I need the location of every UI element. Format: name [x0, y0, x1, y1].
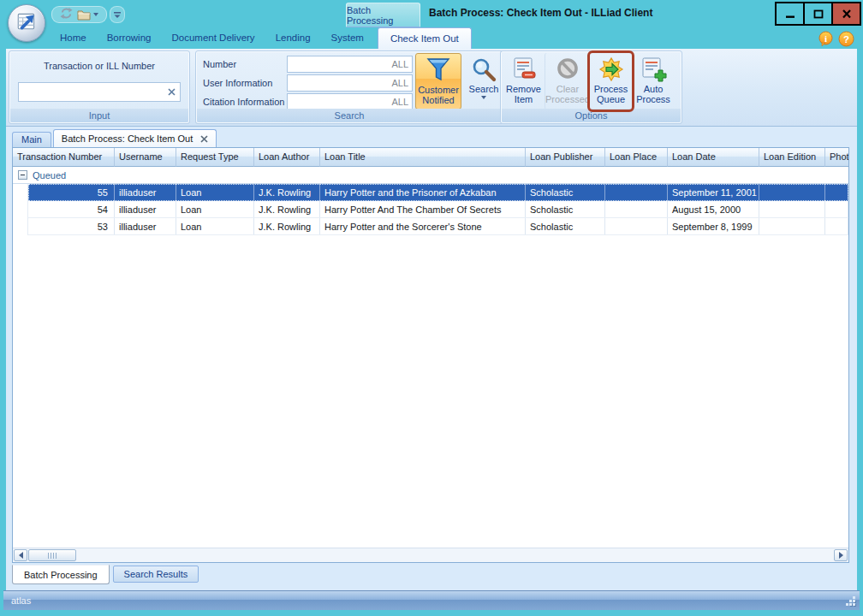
user-information-field[interactable]: ALL [287, 74, 413, 92]
minimize-button[interactable] [775, 2, 805, 26]
window-controls [777, 2, 861, 26]
scroll-left-icon [19, 552, 23, 559]
column-header-photo[interactable]: Phot [825, 148, 848, 167]
batch-grid: Transaction Number Username Request Type… [12, 147, 849, 563]
bottom-tab-search-results[interactable]: Search Results [113, 566, 199, 583]
group-row-queued[interactable]: Queued [13, 167, 848, 184]
doc-tab-main[interactable]: Main [12, 132, 51, 147]
column-header-loan-edition[interactable]: Loan Edition [759, 148, 825, 167]
doc-tab-batch-process[interactable]: Batch Process: Check Item Out [53, 129, 217, 147]
search-dropdown-caret [481, 96, 486, 99]
application-menu-button[interactable] [8, 4, 45, 42]
clear-processed-icon [555, 55, 580, 83]
scroll-right-icon [839, 552, 843, 559]
status-bar: atlas [3, 590, 860, 610]
tab-lending[interactable]: Lending [265, 27, 321, 49]
ribbon-group-options: Remove Item Clear Processed [500, 50, 682, 124]
column-header-loan-place[interactable]: Loan Place [605, 148, 668, 167]
group-caption-search: Search [197, 109, 502, 122]
grid-header-row: Transaction Number Username Request Type… [13, 148, 848, 167]
transaction-number-input-wrap [18, 82, 181, 102]
number-field-label: Number [203, 59, 287, 69]
search-fields: Number ALL User Information ALL Citation… [203, 55, 413, 111]
resize-grip[interactable] [845, 595, 856, 607]
user-information-field-label: User Information [203, 78, 287, 88]
filter-funnel-icon [426, 56, 451, 84]
citation-information-field[interactable]: ALL [287, 93, 413, 110]
status-text: atlas [11, 595, 31, 606]
ribbon-tabs: Home Borrowing Document Delivery Lending… [50, 27, 472, 49]
column-header-request-type[interactable]: Request Type [176, 148, 254, 167]
tab-system[interactable]: System [321, 27, 374, 49]
number-field[interactable]: ALL [287, 56, 413, 73]
grid-empty-area [13, 235, 848, 548]
svg-text:?: ? [843, 34, 849, 44]
scroll-left-button[interactable] [14, 549, 27, 561]
customize-qat-icon [113, 11, 122, 19]
close-icon [842, 9, 852, 19]
ribbon-tab-row: Home Borrowing Document Delivery Lending… [0, 27, 863, 49]
process-queue-icon [598, 55, 625, 83]
contextual-tab-group-header: Batch Processing [346, 3, 420, 27]
minimize-icon [785, 9, 795, 19]
help-icons: i ? [818, 31, 854, 50]
tab-home[interactable]: Home [50, 27, 97, 49]
titlebar: Batch Processing Batch Process: Check It… [0, 0, 863, 27]
customize-quick-access-button[interactable] [110, 6, 125, 23]
auto-process-button[interactable]: Auto Process [632, 53, 674, 110]
scroll-right-button[interactable] [834, 549, 848, 561]
citation-information-field-label: Citation Information [203, 97, 287, 107]
column-header-loan-publisher[interactable]: Loan Publisher [526, 148, 605, 167]
search-button[interactable]: Search [465, 53, 503, 110]
open-folder-icon[interactable] [77, 9, 98, 21]
document-tabs: Main Batch Process: Check Item Out [12, 129, 218, 147]
ribbon-body: Transaction or ILL Number Input Number A… [6, 49, 857, 127]
scrollbar-thumb[interactable] [28, 549, 76, 561]
close-button[interactable] [831, 2, 861, 26]
remove-item-icon [511, 55, 537, 83]
tab-document-delivery[interactable]: Document Delivery [161, 27, 265, 49]
maximize-button[interactable] [803, 2, 833, 26]
table-row[interactable]: 53 illiaduser Loan J.K. Rowling Harry Po… [13, 218, 848, 235]
app-window: Batch Processing Batch Process: Check It… [0, 0, 863, 616]
group-caption-options: Options [502, 109, 681, 122]
tab-borrowing[interactable]: Borrowing [97, 27, 162, 49]
group-caption-input: Input [10, 109, 188, 122]
customer-notified-button[interactable]: Customer Notified [415, 53, 461, 110]
close-tab-icon[interactable] [200, 135, 208, 143]
tab-check-item-out[interactable]: Check Item Out [378, 27, 472, 49]
clear-input-icon[interactable] [164, 88, 180, 96]
illiad-app-icon [15, 10, 38, 36]
column-header-loan-title[interactable]: Loan Title [320, 148, 526, 167]
help-icon[interactable]: ? [838, 31, 854, 50]
table-row[interactable]: 55 illiaduser Loan J.K. Rowling Harry Po… [13, 184, 848, 201]
column-header-loan-author[interactable]: Loan Author [254, 148, 320, 167]
column-header-loan-date[interactable]: Loan Date [668, 148, 759, 167]
bottom-tabs: Batch Processing Search Results [12, 565, 199, 584]
document-area: Main Batch Process: Check Item Out Trans… [6, 127, 857, 590]
process-queue-button[interactable]: Process Queue [590, 53, 632, 110]
maximize-icon [813, 9, 824, 19]
horizontal-scrollbar[interactable] [13, 548, 848, 562]
transaction-number-label: Transaction or ILL Number [9, 61, 189, 71]
options-buttons: Remove Item Clear Processed [503, 53, 674, 110]
bottom-tab-batch-processing[interactable]: Batch Processing [12, 565, 110, 584]
column-header-transaction-number[interactable]: Transaction Number [13, 148, 115, 167]
auto-process-icon [640, 55, 667, 83]
table-row[interactable]: 54 illiaduser Loan J.K. Rowling Harry Po… [13, 201, 848, 218]
folder-dropdown-caret [93, 13, 98, 16]
ribbon-group-search: Number ALL User Information ALL Citation… [195, 50, 503, 124]
column-header-username[interactable]: Username [115, 148, 176, 167]
window-title: Batch Process: Check Item Out - ILLiad C… [429, 7, 652, 19]
ribbon-group-input: Transaction or ILL Number Input [9, 50, 190, 124]
transaction-number-input[interactable] [19, 83, 164, 101]
about-info-icon[interactable]: i [818, 31, 834, 50]
collapse-group-icon[interactable] [18, 170, 27, 180]
svg-text:i: i [824, 33, 827, 44]
quick-access-toolbar [51, 6, 107, 23]
magnifier-icon [471, 55, 497, 83]
refresh-icon[interactable] [60, 7, 73, 23]
clear-processed-button: Clear Processed [545, 53, 590, 110]
remove-item-button[interactable]: Remove Item [503, 53, 545, 110]
scrollbar-grip-icon [48, 553, 57, 559]
